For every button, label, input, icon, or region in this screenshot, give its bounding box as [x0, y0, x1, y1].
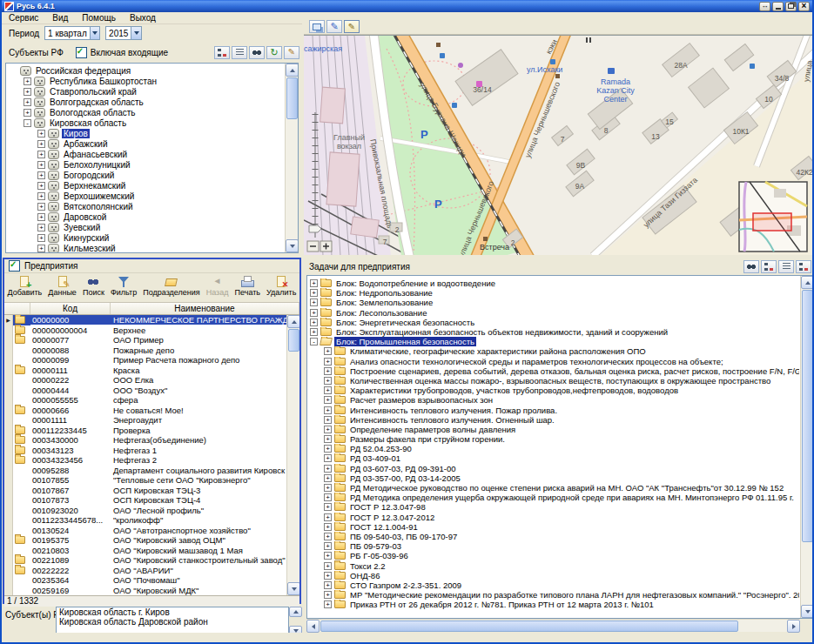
tree-item[interactable]: Афанасьевский [6, 149, 298, 159]
table-row[interactable]: 00210803 ОАО "Кировский машзавод 1 Мая [4, 546, 286, 556]
panel-icon-button[interactable] [266, 46, 282, 59]
tree-item-label[interactable]: Ставропольский край [48, 87, 138, 97]
expand-toggle-icon[interactable] [324, 493, 332, 501]
expand-toggle-icon[interactable] [37, 234, 45, 242]
tree-item[interactable]: Российская федерация [6, 65, 298, 76]
enterprises-checkbox[interactable] [9, 260, 20, 272]
task-tree-item[interactable]: Блок: Землепользование [307, 298, 799, 307]
toolbar-button[interactable]: Поиск [79, 274, 107, 297]
task-item-label[interactable]: ПБ 09-540-03, ПБ 09-170-97 [348, 532, 459, 541]
task-item-label[interactable]: ГОСТ Р 12.3.047-2012 [348, 513, 436, 522]
task-tree-item[interactable]: Интенсивность теплового излучения. Огнен… [307, 415, 799, 425]
table-row[interactable]: 00000222 ООО Елка [4, 375, 286, 386]
tree-item[interactable]: Киров [6, 128, 298, 138]
task-item-label[interactable]: РД 03-357-00, РД 03-14-2005 [348, 473, 462, 483]
expand-toggle-icon[interactable] [324, 533, 332, 540]
table-row[interactable]: 00195375 ОАО "Кировский завод ОЦМ" [4, 535, 286, 546]
tree-item[interactable]: Богородский [6, 170, 298, 180]
tree-item[interactable]: Арбажский [6, 138, 298, 149]
scroll-up-icon[interactable] [287, 315, 299, 328]
toolbar-button[interactable]: Удалить [264, 274, 299, 297]
toolbar-button[interactable]: Подразделения [140, 274, 204, 297]
table-row[interactable]: 00000666 Не соваться! Мое! [4, 406, 286, 416]
tree-item-label[interactable]: Афанасьевский [62, 150, 129, 159]
task-item-label[interactable]: Приказ РТН от 26 декабря 2012 г. №781. П… [348, 600, 656, 609]
expand-toggle-icon[interactable] [24, 119, 31, 127]
tree-item[interactable]: Зуевский [6, 222, 298, 232]
table-row[interactable]: 00222222 ОАО "АВАРИИ" [4, 566, 286, 576]
table-row[interactable]: 00107873 ОСП Кировская ТЭЦ-4 [4, 495, 286, 506]
task-tree-item[interactable]: Блок: Промышленная безопасность [307, 337, 799, 346]
expand-toggle-icon[interactable] [37, 192, 45, 200]
quarter-select[interactable]: 1 квартал [44, 26, 100, 40]
task-item-label[interactable]: РД Методическое руководство по оценке ст… [348, 483, 785, 493]
panel-icon-button[interactable] [796, 260, 811, 273]
tree-item[interactable]: Ставропольский край [6, 86, 298, 97]
expand-toggle-icon[interactable] [310, 309, 318, 317]
vertical-splitter[interactable] [302, 19, 304, 633]
footer-subject-item[interactable]: Кировская область Даровской район [57, 617, 288, 627]
tree-item-label[interactable]: Арбажский [62, 139, 110, 149]
tree-item-label[interactable]: Богородский [62, 171, 116, 180]
table-row[interactable]: 00130524 ОАО "Автотранспортное хозяйство… [4, 526, 286, 536]
tree-item[interactable]: Волгоградская область [6, 97, 298, 107]
expand-toggle-icon[interactable] [324, 435, 332, 443]
table-row[interactable]: 00000111 Краска [4, 366, 286, 376]
task-tree-item[interactable]: РД Методика определения ущерба окружающе… [307, 493, 799, 502]
panel-icon-button[interactable] [778, 260, 794, 273]
expand-toggle-icon[interactable] [310, 338, 318, 345]
expand-toggle-icon[interactable] [324, 367, 332, 375]
task-tree-item[interactable]: ГОСТ Р 12.3.047-2012 [307, 513, 799, 522]
task-tree-item[interactable]: Расчет размеров взрывоопасных зон [307, 395, 799, 405]
menu-item[interactable]: Вид [45, 13, 75, 23]
tree-item[interactable]: Вятскополянский [6, 201, 298, 211]
expand-toggle-icon[interactable] [37, 140, 45, 148]
task-tree-item[interactable]: Характеристики трубопроводов, участков т… [307, 386, 799, 395]
expand-toggle-icon[interactable] [324, 503, 332, 511]
table-row[interactable]: 000343123 Нефтегаз 1 [4, 446, 286, 456]
task-item-label[interactable]: Расчет размеров взрывоопасных зон [348, 395, 494, 405]
expand-toggle-icon[interactable] [37, 161, 45, 169]
task-tree-item[interactable]: ГОСТ 12.1.004-91 [307, 522, 799, 532]
task-tree-item[interactable]: РД Методическое руководство по оценке ст… [307, 483, 799, 493]
task-item-label[interactable]: Климатические, географические характерис… [348, 346, 648, 356]
task-item-label[interactable]: Блок: Землепользование [334, 298, 434, 307]
task-item-label[interactable]: Количественная оценка массы пожаро-, взр… [348, 376, 772, 386]
task-item-label[interactable]: ОНД-86 [348, 571, 381, 580]
enterprises-scrollbar[interactable] [286, 315, 299, 595]
expand-toggle-icon[interactable] [310, 299, 318, 306]
table-row[interactable]: 0003430000 Нефтегаз(объединение) [4, 435, 286, 446]
menu-item[interactable]: Помощь [75, 13, 123, 23]
toolbar-button[interactable]: Печать [232, 274, 264, 297]
include-nested-checkbox[interactable] [76, 47, 87, 58]
expand-toggle-icon[interactable] [37, 171, 45, 179]
tree-item[interactable]: Кировская область [6, 117, 298, 128]
table-row[interactable]: 00000088 Пожарные депо [4, 345, 286, 356]
expand-toggle-icon[interactable] [324, 552, 332, 560]
task-item-label[interactable]: МР "Методические рекомендации по разрабо… [348, 590, 799, 600]
panel-icon-button[interactable] [214, 46, 230, 59]
close-icon[interactable] [798, 2, 810, 11]
chevron-down-icon[interactable] [90, 27, 99, 39]
tree-item-label[interactable]: Российская федерация [34, 66, 132, 76]
expand-toggle-icon[interactable] [24, 109, 31, 117]
map-tool-button[interactable] [326, 20, 342, 33]
expand-toggle-icon[interactable] [310, 328, 318, 336]
tree-item-label[interactable]: Кильмезский [62, 244, 118, 253]
task-item-label[interactable]: Интенсивность теплового излучения. Огнен… [348, 415, 556, 425]
table-row[interactable]: 00235364 ОАО "Почвомаш" [4, 575, 286, 586]
tree-item-label[interactable]: Кировская область [48, 118, 128, 128]
tree-item[interactable]: Кильмезский [6, 243, 298, 253]
toolbar-button[interactable]: Назад [203, 274, 232, 297]
task-tree-item[interactable]: Анализ опасности технологической среды и… [307, 357, 799, 366]
tree-item[interactable]: Республика Башкортостан [6, 76, 298, 86]
table-row[interactable]: 00095288 Департамент социального развити… [4, 466, 286, 476]
tree-item[interactable]: Верхошижемский [6, 191, 298, 201]
expand-toggle-icon[interactable] [24, 98, 31, 106]
expand-toggle-icon[interactable] [24, 77, 31, 85]
footer-subject-item[interactable]: Кировская область г. Киров [57, 607, 288, 617]
footer-scrollbar[interactable] [289, 607, 302, 636]
scroll-thumb[interactable] [286, 77, 298, 119]
table-row[interactable]: 000112233445 Проверка [4, 426, 286, 436]
table-row[interactable]: 0010923020 ОАО "Лесной профиль" [4, 506, 286, 516]
